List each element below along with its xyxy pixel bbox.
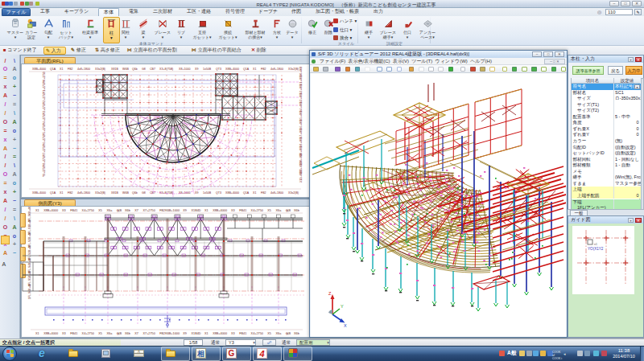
svg-text:X3x2(B): X3x2(B) [95, 191, 105, 195]
svg-text:Q1A: Q1A [50, 191, 56, 195]
svg-text:X8B+4000: X8B+4000 [43, 209, 58, 212]
svg-text:X8B+4000: X8B+4000 [213, 209, 227, 212]
svg-text:Q1A: Q1A [243, 68, 250, 71]
svg-text:4x8+1800: 4x8+1800 [77, 191, 90, 195]
svg-text:X1: X1 [253, 68, 256, 71]
svg-text:仮B: 仮B [117, 332, 122, 335]
svg-text:G8: G8 [142, 68, 146, 71]
svg-text:X1: X1 [204, 332, 208, 335]
svg-text:X1: X1 [35, 209, 39, 212]
svg-text:QT3: QT3 [216, 191, 221, 195]
svg-text:FB41: FB41 [70, 209, 77, 212]
svg-text:X7+40B: X7+40B [299, 128, 303, 138]
svg-text:Y5+2750: Y5+2750 [43, 124, 46, 135]
svg-text:X3x2(B): X3x2(B) [95, 68, 105, 71]
svg-text:Y1+2750: Y1+2750 [43, 82, 46, 93]
svg-text:X4+2750: X4+2750 [251, 209, 263, 212]
svg-text:X4+40B: X4+40B [299, 101, 303, 112]
svg-text:Y6+2750: Y6+2750 [43, 134, 46, 146]
svg-text:X5: X5 [267, 332, 271, 335]
svg-text:W6B: W6B [122, 68, 129, 71]
svg-text:X1B4D: X1B4D [192, 209, 201, 212]
svg-text:1FL-S6B+40: 1FL-S6B+40 [28, 284, 31, 299]
svg-text:CB7: CB7 [150, 68, 155, 71]
svg-text:Y0+2750: Y0+2750 [43, 72, 46, 83]
svg-text:FB2: FB2 [68, 191, 73, 195]
svg-text:X3: X3 [62, 332, 66, 335]
svg-text:4x8+1800: 4x8+1800 [270, 191, 283, 195]
svg-text:Q6b: Q6b [132, 68, 138, 71]
svg-text:X4+2750: X4+2750 [82, 332, 94, 335]
svg-text:X3: X3 [62, 209, 66, 212]
svg-text:X2+40B: X2+40B [299, 84, 303, 94]
svg-text:X1B4D: X1B4D [192, 332, 201, 335]
svg-text:X7+2750: X7+2750 [143, 332, 155, 335]
svg-text:FB2K6B+1000: FB2K6B+1000 [159, 209, 180, 212]
svg-text:X8B+4000: X8B+4000 [213, 332, 227, 335]
svg-text:X3: X3 [231, 209, 235, 212]
svg-text:QT3: QT3 [216, 68, 221, 71]
svg-text:CB7: CB7 [150, 191, 155, 195]
svg-text:X5: X5 [98, 332, 102, 335]
svg-text:X3x2(B): X3x2(B) [288, 68, 299, 71]
svg-text:1x50B: 1x50B [203, 68, 212, 71]
svg-text:X6a: X6a [107, 209, 114, 212]
svg-text:X0+40B: X0+40B [299, 66, 303, 76]
svg-text:X3+40B: X3+40B [299, 92, 303, 103]
svg-text:X1: X1 [60, 191, 63, 195]
svg-text:X3x2(B): X3x2(B) [288, 191, 299, 195]
svg-text:X81B: X81B [111, 68, 118, 71]
svg-text:Y2+2750: Y2+2750 [43, 92, 46, 104]
svg-text:Y8+2750: Y8+2750 [43, 155, 46, 166]
svg-text:FB2: FB2 [261, 68, 266, 71]
svg-text:Y9+2750: Y9+2750 [43, 166, 46, 177]
svg-text:Q1A: Q1A [50, 68, 56, 71]
svg-text:X1+40B: X1+40B [299, 75, 303, 85]
svg-text:X6a: X6a [107, 332, 114, 335]
svg-text:X5+40B: X5+40B [299, 110, 303, 121]
svg-text:Y4+2750: Y4+2750 [43, 113, 46, 125]
svg-text:X6a: X6a [276, 209, 283, 212]
svg-text:Q6b: Q6b [132, 191, 138, 195]
svg-text:仮B: 仮B [117, 209, 122, 212]
svg-text:FB2: FB2 [68, 68, 73, 71]
svg-text:X5: X5 [267, 209, 271, 212]
svg-text:X6b: X6b [125, 332, 130, 335]
svg-text:X1: X1 [253, 191, 256, 195]
svg-text:X6b: X6b [125, 209, 130, 212]
svg-text:n1: n1 [594, 243, 597, 246]
svg-text:X9: X9 [183, 332, 187, 335]
svg-text:Y: Y [341, 304, 344, 309]
svg-text:Z: Z [328, 291, 332, 296]
svg-text:Y7+2750: Y7+2750 [43, 145, 46, 156]
svg-text:X1: X1 [204, 209, 208, 212]
svg-text:X8B+4000: X8B+4000 [32, 191, 46, 195]
svg-text:Q1A: Q1A [243, 191, 250, 195]
svg-text:X7+2750: X7+2750 [143, 209, 155, 212]
svg-text:X5: X5 [98, 209, 102, 212]
svg-text:X9: X9 [195, 68, 198, 71]
svg-text:FB41: FB41 [70, 332, 77, 335]
svg-text:X8B+4000: X8B+4000 [225, 191, 239, 195]
svg-text:X9: X9 [183, 209, 187, 212]
svg-text:X1: X1 [60, 68, 63, 71]
svg-text:FB2: FB2 [261, 191, 266, 195]
svg-text:X7: X7 [134, 209, 138, 212]
svg-text:FB2K6B+1000: FB2K6B+1000 [159, 332, 180, 335]
svg-text:X12+40B: X12+40B [299, 170, 303, 183]
svg-text:FB41: FB41 [239, 209, 246, 212]
svg-text:X4+2750: X4+2750 [251, 332, 263, 335]
svg-text:X8B+4000: X8B+4000 [43, 332, 58, 335]
svg-text:X: X [344, 323, 347, 328]
svg-text:W6B: W6B [122, 191, 129, 195]
svg-text:X8+1000: X8+1000 [179, 68, 191, 71]
svg-text:G8: G8 [142, 191, 146, 195]
svg-text:X6+40B: X6+40B [299, 119, 303, 129]
svg-text:X7: X7 [134, 332, 138, 335]
svg-text:4x8+1800: 4x8+1800 [270, 68, 283, 71]
svg-text:Y3+2750: Y3+2750 [43, 103, 46, 114]
svg-text:X81B: X81B [111, 191, 118, 195]
svg-text:4x8+1800: 4x8+1800 [77, 68, 90, 71]
svg-text:X9: X9 [195, 191, 198, 195]
svg-text:X8+40B: X8+40B [299, 137, 303, 147]
